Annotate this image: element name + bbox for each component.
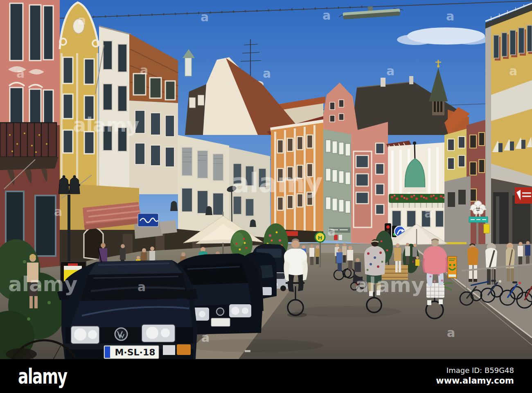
svg-text:alamy: alamy	[355, 273, 424, 297]
svg-text:a: a	[78, 13, 86, 27]
svg-text:alamy: alamy	[73, 113, 140, 136]
alamy-footer-bar: alamy Image ID: B59G48 www.alamy.com	[0, 359, 532, 393]
street-scene-photo: H	[0, 0, 532, 359]
smiley-transit-sign	[448, 256, 457, 278]
svg-text:a: a	[322, 8, 331, 22]
head	[291, 240, 300, 248]
head	[371, 239, 379, 247]
bus-stop-letter: H	[318, 235, 322, 241]
pink-sweater	[423, 246, 447, 274]
svg-text:a: a	[327, 224, 336, 238]
svg-text:a: a	[16, 66, 25, 81]
blue-shop-sign	[138, 213, 158, 227]
svg-text:a: a	[447, 326, 455, 340]
right-cream-and-maroon-buildings	[444, 107, 487, 263]
svg-text:a: a	[509, 64, 517, 78]
svg-text:alamy: alamy	[8, 272, 77, 296]
svg-text:a: a	[201, 10, 209, 24]
footer-info: Image ID: B59G48 www.alamy.com	[436, 366, 514, 386]
svg-text:a: a	[424, 206, 433, 220]
geranium-flower-boxes	[389, 194, 445, 208]
alamy-stock-photo-page: H	[0, 0, 532, 393]
plate-number: M·SL·18	[115, 347, 155, 357]
modern-building-right	[485, 3, 532, 270]
white-building	[99, 26, 131, 192]
headlight-right	[142, 324, 175, 342]
red-light	[386, 225, 390, 229]
yellow-baroque-building	[60, 2, 99, 192]
alamy-url: www.alamy.com	[436, 375, 514, 386]
alamy-logo: alamy	[18, 364, 67, 388]
svg-text:a: a	[54, 204, 62, 219]
svg-text:a: a	[386, 64, 394, 78]
salmon-rococo-building	[0, 0, 60, 273]
svg-text:alamy: alamy	[231, 167, 323, 199]
svg-text:a: a	[140, 63, 148, 77]
svg-text:a: a	[446, 9, 454, 23]
vw-badge	[115, 328, 127, 340]
svg-text:a: a	[138, 280, 146, 294]
svg-text:a: a	[201, 330, 210, 345]
headlight-left	[71, 326, 99, 344]
license-plate: M·SL·18	[104, 346, 159, 359]
pink-bay-building	[351, 122, 388, 245]
eu-band	[105, 346, 110, 358]
red-store-sign	[515, 187, 532, 204]
svg-text:a: a	[263, 66, 271, 81]
image-id-text: Image ID: B59G48	[436, 366, 514, 375]
amber-indicator	[177, 344, 191, 355]
